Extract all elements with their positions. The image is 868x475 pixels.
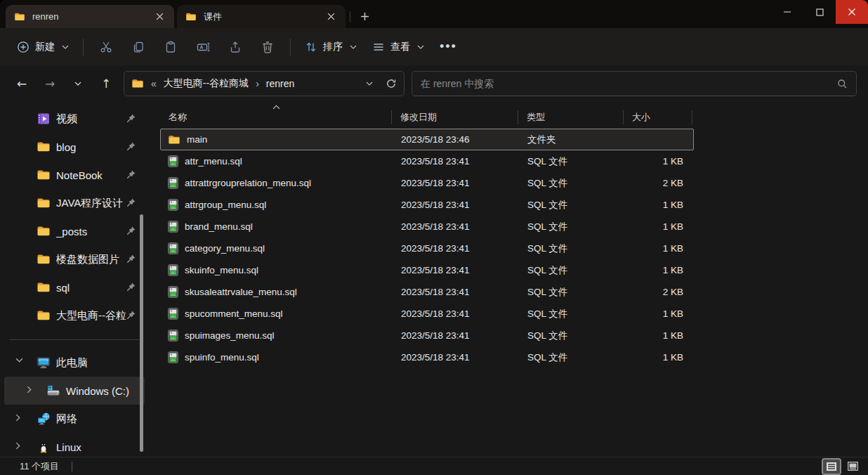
sql-file-icon — [168, 221, 178, 233]
up-icon[interactable]: ↑ — [96, 73, 117, 94]
folder-icon — [37, 308, 51, 323]
new-tab-button[interactable] — [355, 6, 374, 26]
close-button[interactable] — [836, 0, 868, 24]
breadcrumb-overflow[interactable]: « — [150, 78, 158, 89]
file-row[interactable]: attrattrgrouprelation_menu.sql 2023/5/18… — [160, 172, 694, 194]
column-header-name[interactable]: 名称 — [160, 110, 392, 124]
file-date: 2023/5/18 23:41 — [393, 352, 519, 363]
tab-kejian[interactable]: 课件 — [177, 5, 346, 28]
refresh-icon[interactable] — [386, 78, 397, 89]
plus-circle-icon — [17, 41, 29, 53]
sidebar-item-label: JAVA程序设计 — [56, 197, 123, 210]
chevron-right-icon[interactable] — [15, 442, 20, 450]
more-options-button[interactable]: ••• — [433, 39, 464, 54]
sidebar-item-linux[interactable]: Linux — [4, 433, 145, 457]
tab-bar: renren 课件 — [0, 0, 868, 28]
pin-icon — [126, 169, 136, 180]
maximize-button[interactable] — [803, 0, 836, 24]
chevron-down-icon — [62, 45, 69, 49]
sidebar-item-loupan[interactable]: 楼盘数据图片 — [4, 245, 145, 273]
file-row[interactable]: brand_menu.sql 2023/5/18 23:41 SQL 文件 1 … — [160, 216, 694, 238]
file-size: 1 KB — [624, 265, 693, 275]
breadcrumb-current[interactable]: renren — [266, 78, 294, 89]
file-row[interactable]: skusaleattrvalue_menu.sql 2023/5/18 23:4… — [160, 281, 694, 303]
column-header-date[interactable]: 修改日期 — [392, 110, 518, 124]
tab-close-icon[interactable] — [152, 9, 167, 25]
chevron-down-icon[interactable] — [15, 358, 23, 363]
sort-arrows-icon — [305, 41, 317, 53]
minimize-button[interactable] — [771, 0, 803, 24]
file-type: SQL 文件 — [519, 351, 624, 364]
sql-file-icon — [168, 286, 178, 298]
sql-file-icon — [168, 330, 178, 341]
file-size: 2 KB — [624, 178, 693, 188]
file-row[interactable]: attr_menu.sql 2023/5/18 23:41 SQL 文件 1 K… — [160, 150, 694, 172]
file-name: spuinfo_menu.sql — [185, 352, 259, 363]
share-icon[interactable] — [220, 34, 251, 60]
file-date: 2023/5/18 23:41 — [393, 287, 519, 297]
sidebar-item-java[interactable]: JAVA程序设计 — [4, 189, 145, 217]
sidebar-item-sql[interactable]: sql — [4, 273, 145, 301]
file-row[interactable]: attrgroup_menu.sql 2023/5/18 23:41 SQL 文… — [160, 194, 694, 216]
sort-button[interactable]: 排序 — [298, 36, 364, 58]
folder-icon — [168, 134, 180, 146]
thumbnail-view-toggle[interactable] — [844, 460, 861, 474]
recent-locations-icon[interactable] — [67, 73, 88, 94]
sidebar-item-windows-c[interactable]: Windows (C:) — [4, 377, 145, 405]
view-button[interactable]: 查看 — [365, 36, 431, 58]
tab-close-icon[interactable] — [323, 9, 338, 25]
chevron-right-icon[interactable] — [15, 414, 20, 422]
file-type: 文件夹 — [519, 134, 624, 146]
file-date: 2023/5/18 23:41 — [393, 221, 519, 232]
address-dropdown-icon[interactable] — [366, 82, 373, 86]
file-date: 2023/5/18 23:41 — [393, 156, 519, 167]
search-input[interactable] — [421, 78, 837, 89]
sql-file-icon — [168, 155, 178, 167]
breadcrumb-separator: › — [254, 78, 261, 89]
file-row[interactable]: spuinfo_menu.sql 2023/5/18 23:41 SQL 文件 … — [160, 346, 694, 368]
file-row[interactable]: main 2023/5/18 23:46 文件夹 — [160, 129, 694, 150]
file-type: SQL 文件 — [519, 286, 624, 299]
file-row[interactable]: skuinfo_menu.sql 2023/5/18 23:41 SQL 文件 … — [160, 259, 694, 281]
file-row[interactable]: spuimages_menu.sql 2023/5/18 23:41 SQL 文… — [160, 325, 694, 346]
pin-icon — [126, 226, 136, 236]
forward-icon[interactable]: → — [39, 73, 60, 94]
rename-icon[interactable] — [188, 34, 218, 60]
address-bar: ← → ↑ « 大型电商--谷粒商城 › renren — [0, 65, 868, 102]
tab-renren[interactable]: renren — [6, 5, 174, 28]
file-date: 2023/5/18 23:41 — [393, 330, 519, 341]
copy-icon[interactable] — [123, 34, 154, 60]
sidebar-item-this-pc[interactable]: 此电脑 — [4, 349, 145, 377]
videos-icon — [37, 112, 51, 126]
paste-icon[interactable] — [155, 34, 186, 60]
view-lines-icon — [372, 41, 385, 53]
sidebar-item-posts[interactable]: _posts — [4, 217, 145, 245]
item-count: 11 个项目 — [20, 460, 59, 473]
delete-icon[interactable] — [252, 34, 283, 60]
file-size: 1 KB — [624, 330, 693, 341]
sidebar-scrollbar[interactable] — [140, 214, 143, 452]
sidebar-item-videos[interactable]: 视频 — [4, 105, 145, 133]
new-button[interactable]: 新建 — [10, 36, 76, 58]
file-row[interactable]: spucomment_menu.sql 2023/5/18 23:41 SQL … — [160, 303, 694, 325]
chevron-right-icon[interactable] — [27, 386, 32, 393]
sidebar-item-blog[interactable]: blog — [4, 133, 145, 161]
sidebar-item-label: 此电脑 — [56, 356, 88, 370]
file-row[interactable]: category_menu.sql 2023/5/18 23:41 SQL 文件… — [160, 238, 694, 259]
file-name: attrgroup_menu.sql — [185, 200, 266, 210]
sidebar-item-network[interactable]: 网络 — [4, 405, 145, 433]
linux-tux-icon — [37, 440, 51, 454]
folder-icon — [37, 168, 51, 182]
command-toolbar: 新建 排序 — [0, 28, 868, 65]
sidebar-item-notebook[interactable]: NoteBook — [4, 161, 145, 189]
column-header-size[interactable]: 大小 — [624, 110, 692, 124]
back-icon[interactable]: ← — [11, 73, 32, 94]
cut-icon[interactable] — [91, 34, 121, 60]
breadcrumb-parent[interactable]: 大型电商--谷粒商城 — [164, 77, 249, 90]
breadcrumb[interactable]: « 大型电商--谷粒商城 › renren — [124, 71, 405, 96]
sidebar-item-guli-mall[interactable]: 大型电商--谷粒商城 — [4, 301, 145, 330]
details-view-toggle[interactable] — [823, 460, 840, 474]
file-type: SQL 文件 — [519, 308, 624, 320]
column-header-type[interactable]: 类型 — [518, 110, 624, 124]
sidebar-item-label: NoteBook — [56, 169, 103, 181]
